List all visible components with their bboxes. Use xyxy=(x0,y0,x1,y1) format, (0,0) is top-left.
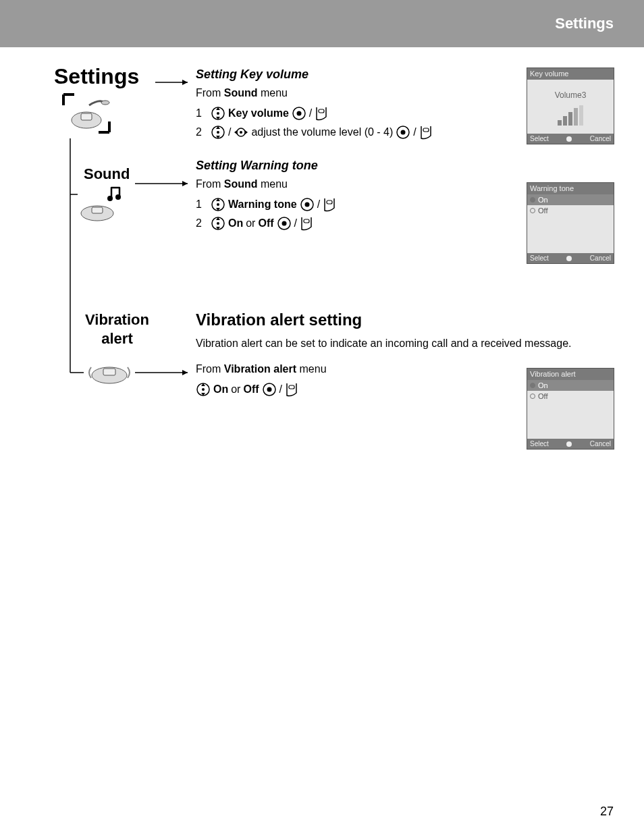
text-bold: Sound xyxy=(224,87,258,99)
off-label: Off xyxy=(243,383,259,396)
warning-tone-heading: Setting Warning tone xyxy=(196,159,513,173)
center-key-icon xyxy=(277,216,292,231)
screen-body: Volume3 xyxy=(527,80,614,134)
center-key-icon xyxy=(292,106,306,121)
softkey-cancel: Cancel xyxy=(590,440,611,448)
screen-softkeys: Select Cancel xyxy=(527,134,614,144)
svg-marker-11 xyxy=(182,80,188,85)
joystick-updown-icon xyxy=(196,382,211,397)
volume-bars-icon xyxy=(531,105,610,126)
option-label: Off xyxy=(538,207,547,215)
option-label: On xyxy=(538,381,548,389)
warning-tone-step1: 1 Warning tone / xyxy=(196,197,513,212)
vibration-alert-setting-heading: Vibration alert setting xyxy=(196,310,601,329)
text-bold: Sound xyxy=(224,178,258,190)
warning-tone-step2: 2 On or Off / xyxy=(196,216,513,231)
option-label: On xyxy=(538,196,548,204)
step-text: adjust the volume level (0 - 4) xyxy=(251,126,393,138)
option-off: Off xyxy=(527,391,614,402)
text: menu xyxy=(258,178,288,190)
key-volume-from: From Sound menu xyxy=(196,87,513,99)
radio-icon xyxy=(530,383,535,388)
step-number: 2 xyxy=(196,217,208,229)
warning-tone-from: From Sound menu xyxy=(196,178,513,190)
radio-icon xyxy=(530,197,535,202)
key-volume-heading: Setting Key volume xyxy=(196,67,513,82)
softkey-select: Select xyxy=(530,254,549,262)
text: menu xyxy=(258,87,288,99)
joystick-leftright-icon xyxy=(234,125,248,140)
option-label: Off xyxy=(538,392,547,400)
screen-title: Warning tone xyxy=(527,183,614,194)
joystick-updown-icon xyxy=(211,106,225,121)
joystick-updown-icon xyxy=(211,216,225,231)
joystick-updown-icon xyxy=(211,125,225,140)
center-key-indicator-icon xyxy=(566,256,572,261)
volume-value: Volume3 xyxy=(531,90,610,100)
svg-marker-17 xyxy=(182,370,188,375)
option-off: Off xyxy=(527,205,614,216)
separator: / xyxy=(294,217,297,229)
softkey-icon xyxy=(419,125,433,140)
softkey-cancel: Cancel xyxy=(590,254,611,262)
separator: / xyxy=(309,107,312,119)
off-label: Off xyxy=(258,217,273,229)
softkey-cancel: Cancel xyxy=(590,135,611,142)
key-volume-step1: 1 Key volume / xyxy=(196,106,513,121)
phone-screen-vibration-alert: Vibration alert On Off Select Cancel xyxy=(527,368,614,450)
phone-screen-key-volume: Key volume Volume3 Select Cancel xyxy=(527,67,614,144)
on-label: On xyxy=(228,217,243,229)
screen-softkeys: Select Cancel xyxy=(527,439,614,449)
screen-softkeys: Select Cancel xyxy=(527,253,614,263)
softkey-icon xyxy=(315,106,328,121)
svg-marker-14 xyxy=(182,181,188,186)
key-volume-section: Setting Key volume From Sound menu 1 Key… xyxy=(196,67,513,144)
screen-title: Key volume xyxy=(527,68,614,80)
option-on: On xyxy=(527,194,614,205)
radio-icon xyxy=(530,394,535,399)
step-label: Key volume xyxy=(228,107,289,119)
key-volume-step2: 2 / adjust the volume level (0 - 4) / xyxy=(196,125,513,140)
text: From xyxy=(196,178,224,190)
text: menu xyxy=(296,363,326,375)
phone-screen-warning-tone: Warning tone On Off Select Cancel xyxy=(527,182,614,264)
page-number: 27 xyxy=(600,805,614,819)
radio-icon xyxy=(530,208,535,213)
softkey-select: Select xyxy=(530,440,549,448)
warning-tone-section: Setting Warning tone From Sound menu 1 W… xyxy=(196,159,513,235)
step-label: Warning tone xyxy=(228,198,297,211)
center-key-indicator-icon xyxy=(566,136,572,142)
center-key-icon xyxy=(300,197,315,212)
or-text: or xyxy=(246,217,255,229)
center-key-icon xyxy=(396,125,410,140)
text: From xyxy=(196,363,224,375)
text: From xyxy=(196,87,224,99)
step-number: 1 xyxy=(196,198,208,211)
separator: / xyxy=(413,126,416,138)
separator: / xyxy=(317,198,320,211)
on-label: On xyxy=(213,383,228,396)
separator: / xyxy=(279,383,282,396)
softkey-select: Select xyxy=(530,135,549,142)
option-on: On xyxy=(527,380,614,391)
step-number: 2 xyxy=(196,126,208,138)
separator: / xyxy=(228,126,231,138)
vibration-alert-description: Vibration alert can be set to indicate a… xyxy=(196,337,601,350)
softkey-icon xyxy=(300,216,313,231)
screen-title: Vibration alert xyxy=(527,369,614,380)
step-number: 1 xyxy=(196,107,208,119)
joystick-updown-icon xyxy=(211,197,225,212)
or-text: or xyxy=(231,383,240,396)
center-key-indicator-icon xyxy=(566,441,572,447)
softkey-icon xyxy=(323,197,336,212)
center-key-icon xyxy=(262,382,277,397)
text-bold: Vibration alert xyxy=(224,363,296,375)
softkey-icon xyxy=(285,382,298,397)
